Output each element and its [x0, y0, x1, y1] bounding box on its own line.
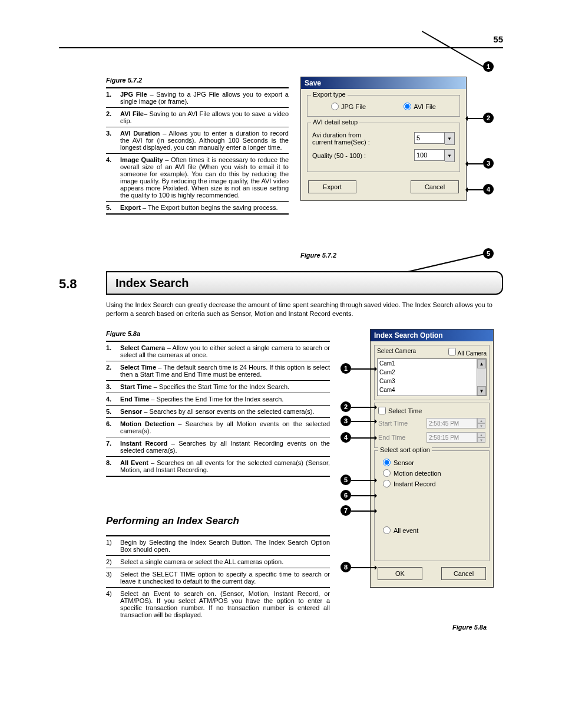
motion-radio[interactable]: Motion detection — [383, 469, 481, 477]
select-camera-label: Select Camera — [377, 348, 416, 357]
callout-3-line — [467, 163, 483, 164]
index-search-title: Index Search Option — [371, 330, 493, 341]
callout-3: 3 — [483, 158, 494, 169]
start-time-input[interactable] — [427, 418, 477, 429]
page-number: 55 — [493, 34, 503, 44]
callout-5: 5 — [483, 248, 494, 259]
cancel-button[interactable]: Cancel — [411, 180, 459, 193]
quality-combo[interactable]: ▼ — [414, 149, 455, 162]
list-item: 6.Motion Detection – Searches by all Mot… — [106, 417, 330, 437]
list-item: 3)Select the SELECT TIME option to speci… — [106, 568, 330, 587]
save-dialog: Save Export type JPG File AVI File AVI d… — [300, 77, 467, 201]
sensor-radio[interactable]: Sensor — [383, 459, 481, 466]
chevron-down-icon[interactable]: ▼ — [445, 149, 455, 162]
figure-5-8a-list: 1.Select Camera – Allow you to either se… — [106, 341, 330, 477]
scrollbar[interactable]: ▲▼ — [477, 359, 486, 396]
duration-label: Avi duration from current frame(Sec) : — [312, 131, 383, 146]
performing-steps: 1)Begin by Selecting the Index Search Bu… — [106, 535, 330, 621]
callout-4-line — [467, 189, 483, 190]
camera-item[interactable]: Cam4 — [378, 386, 477, 394]
scroll-up-icon[interactable]: ▲ — [477, 359, 486, 368]
list-item: 1.JPG File – Saving to a JPG File allows… — [106, 87, 289, 107]
callout-2: 2 — [483, 113, 494, 123]
all-camera-checkbox[interactable]: All Camera — [448, 348, 487, 357]
export-button[interactable]: Export — [308, 180, 356, 193]
list-item: 4.End Time – Specifies the End Time for … — [106, 393, 330, 405]
avi-detail-label: AVI detail setup — [311, 118, 359, 126]
figure-5-7-2-label: Figure 5.7.2 — [106, 77, 142, 84]
avi-file-radio[interactable]: AVI File — [404, 103, 436, 110]
callout-1: 1 — [483, 61, 494, 72]
duration-input[interactable] — [414, 132, 445, 144]
list-item: 7.Instant Record – Searches by all Insta… — [106, 437, 330, 456]
motion-label: Motion detection — [394, 470, 441, 477]
list-item: 4)Select an Event to search on. (Sensor,… — [106, 587, 330, 621]
camera-item[interactable]: Cam1 — [378, 359, 477, 368]
figure-5-7-2-list: 1.JPG File – Saving to a JPG File allows… — [106, 87, 289, 215]
select-time-label: Select Time — [388, 407, 422, 414]
sort-option-label: Select sort option — [378, 446, 432, 453]
list-item: 4.Image Quality – Often times it is nece… — [106, 153, 289, 201]
duration-combo[interactable]: ▼ — [414, 132, 455, 145]
list-item: 5.Export – The Export button begins the … — [106, 201, 289, 215]
all-event-label: All event — [394, 527, 418, 534]
section-intro: Using the Index Search can greatly decre… — [106, 301, 503, 318]
export-type-label: Export type — [311, 91, 348, 98]
quality-label: Quality (50 - 100) : — [312, 152, 383, 159]
instant-label: Instant Record — [394, 480, 436, 487]
performing-title: Performing an Index Search — [106, 515, 239, 527]
figure-5-8a-caption: Figure 5.8a — [452, 624, 487, 631]
camera-item[interactable]: Cam3 — [378, 377, 477, 386]
end-time-input[interactable] — [427, 432, 477, 443]
list-item: 5.Sensor – Searches by all sensor events… — [106, 405, 330, 417]
select-time-checkbox[interactable]: Select Time — [378, 407, 485, 414]
jpg-file-label: JPG File — [341, 103, 366, 110]
section-number: 5.8 — [59, 276, 77, 292]
ok-button[interactable]: OK — [378, 567, 422, 580]
section-title: Index Search — [115, 276, 189, 290]
figure-5-7-2-caption: Figure 5.7.2 — [300, 252, 336, 259]
list-item: 2)Select a single camera or select the A… — [106, 555, 330, 568]
list-item: 3.Start Time – Specifies the Start Time … — [106, 380, 330, 393]
jpg-file-radio[interactable]: JPG File — [331, 103, 366, 110]
rule-top — [59, 47, 503, 48]
avi-detail-group: AVI detail setup Avi duration from curre… — [307, 123, 460, 172]
figure-5-8a-label: Figure 5.8a — [106, 330, 140, 337]
end-time-spin[interactable]: ▲▼ — [477, 432, 485, 443]
section-header: Index Search — [106, 271, 503, 295]
chevron-down-icon[interactable]: ▼ — [445, 132, 455, 145]
list-item: 8.All Event – Searches on all events for… — [106, 456, 330, 477]
quality-input[interactable] — [414, 149, 445, 161]
instant-radio[interactable]: Instant Record — [383, 480, 481, 487]
camera-list[interactable]: Cam1Cam2Cam3Cam4 ▲▼ — [377, 358, 487, 396]
callout-1-line — [422, 31, 485, 68]
all-event-radio[interactable]: All event — [383, 526, 481, 534]
list-item: 3.AVI Duration – Allows you to enter a d… — [106, 127, 289, 153]
select-time-group: Select Time Start Time ▲▼ End Time ▲▼ — [374, 403, 490, 448]
callout-2-line — [467, 118, 483, 119]
avi-file-label: AVI File — [414, 103, 436, 110]
end-time-label: End Time — [378, 434, 405, 441]
camera-item[interactable]: Cam2 — [378, 368, 477, 377]
scroll-down-icon[interactable]: ▼ — [477, 386, 486, 396]
start-time-label: Start Time — [378, 420, 408, 427]
cancel-button[interactable]: Cancel — [441, 567, 486, 580]
callout-4: 4 — [483, 184, 494, 195]
index-search-dialog: Index Search Option Select Camera All Ca… — [370, 329, 494, 588]
sort-option-group: Select sort option Sensor Motion detecti… — [374, 450, 490, 561]
list-item: 2.Select Time – The default search time … — [106, 361, 330, 380]
all-camera-label: All Camera — [458, 350, 487, 357]
list-item: 2.AVI File– Saving to an AVI File allows… — [106, 107, 289, 127]
sensor-label: Sensor — [394, 459, 414, 466]
list-item: 1.Select Camera – Allow you to either se… — [106, 341, 330, 361]
export-type-group: Export type JPG File AVI File — [307, 95, 460, 117]
save-dialog-title: Save — [301, 77, 466, 89]
select-camera-group: Select Camera All Camera Cam1Cam2Cam3Cam… — [374, 345, 490, 400]
start-time-spin[interactable]: ▲▼ — [477, 418, 485, 429]
list-item: 1)Begin by Selecting the Index Search Bu… — [106, 535, 330, 555]
